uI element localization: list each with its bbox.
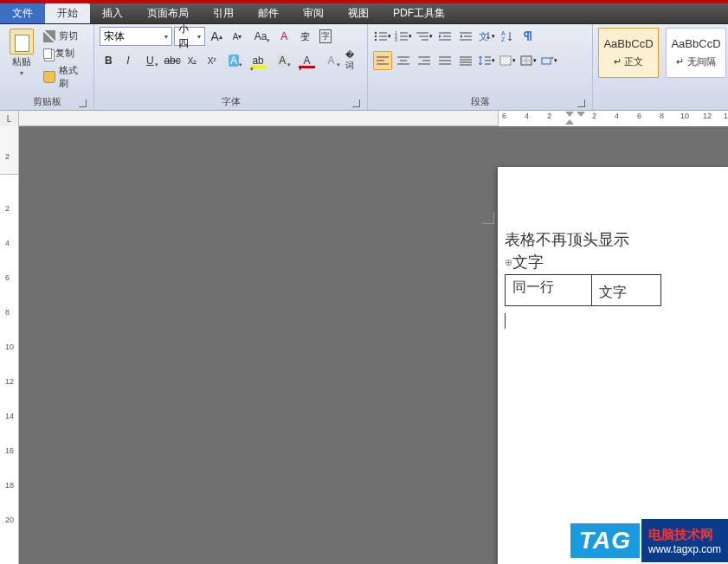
ruler-horizontal[interactable]: L 6 4 2 2 4 6 8 10 12 14 bbox=[0, 111, 728, 126]
numbering-button[interactable]: 123▾ bbox=[394, 27, 413, 46]
font-size-value: 小四 bbox=[178, 22, 197, 51]
ruler-h-content: 6 4 2 2 4 6 8 10 12 14 bbox=[498, 111, 728, 126]
chevron-down-icon: ▾ bbox=[20, 69, 23, 77]
shrink-font-button[interactable]: A▾ bbox=[228, 27, 247, 46]
menu-view[interactable]: 视图 bbox=[336, 3, 381, 23]
svg-point-4 bbox=[375, 39, 377, 41]
menu-review[interactable]: 审阅 bbox=[291, 3, 336, 23]
group-font: 宋体▾ 小四▾ A▴ A▾ Aa A 变 字 B I U abc X₂ X² A… bbox=[94, 24, 368, 110]
paste-label: 粘贴 bbox=[12, 55, 31, 68]
table-cell[interactable]: 同一行 bbox=[506, 275, 592, 306]
font-name-value: 宋体 bbox=[104, 29, 125, 44]
pinyin-button[interactable]: 变 bbox=[295, 27, 314, 46]
tab-selector[interactable]: L bbox=[0, 111, 19, 126]
ruler-vertical[interactable]: 2 2 4 6 8 10 12 14 16 18 20 bbox=[0, 126, 19, 564]
italic-button[interactable]: I bbox=[119, 51, 138, 70]
menu-layout[interactable]: 页面布局 bbox=[135, 3, 201, 23]
font-name-select[interactable]: 宋体▾ bbox=[100, 27, 172, 46]
style-name: ↵ 无间隔 bbox=[676, 55, 715, 68]
svg-point-2 bbox=[375, 35, 377, 37]
menu-pdf[interactable]: PDF工具集 bbox=[381, 3, 457, 23]
svg-text:2: 2 bbox=[395, 34, 397, 39]
svg-text:文: 文 bbox=[479, 31, 488, 42]
underline-button[interactable]: U bbox=[139, 51, 161, 70]
paste-button[interactable]: 粘贴 ▾ bbox=[5, 27, 38, 93]
format-painter-button[interactable]: 格式刷 bbox=[42, 63, 89, 91]
char-border-button[interactable]: �词 bbox=[345, 51, 363, 70]
banner-logo: TAG bbox=[569, 522, 641, 560]
menu-home[interactable]: 开始 bbox=[45, 3, 90, 23]
svg-point-0 bbox=[375, 32, 377, 34]
group-paragraph: ▾ 123▾ ▾ 文▾ AZ ▾ ▾ ▾ ▾ 段落 bbox=[368, 24, 593, 110]
line-spacing-button[interactable]: ▾ bbox=[477, 51, 496, 70]
text-effect-button[interactable]: A bbox=[222, 51, 245, 70]
banner-title: 电脑技术网 bbox=[648, 527, 721, 543]
text-direction-button[interactable]: 文▾ bbox=[477, 27, 496, 46]
watermark-banner: TAG 电脑技术网 www.tagxp.com bbox=[569, 519, 728, 562]
style-preview: AaBbCcD bbox=[671, 37, 720, 50]
align-distribute-button[interactable] bbox=[456, 51, 475, 70]
sort-button[interactable]: AZ bbox=[498, 27, 517, 46]
svg-text:Z: Z bbox=[501, 36, 506, 42]
para-shading-button[interactable]: ▾ bbox=[498, 51, 517, 70]
shading-button[interactable]: A bbox=[271, 51, 293, 70]
align-center-button[interactable] bbox=[394, 51, 413, 70]
indent-marker-icon[interactable] bbox=[577, 112, 585, 117]
indent-marker-icon[interactable] bbox=[565, 112, 574, 117]
doc-text[interactable]: 表格不再顶头显示 bbox=[505, 229, 728, 250]
copy-button[interactable]: 复制 bbox=[42, 46, 89, 61]
menu-insert[interactable]: 插入 bbox=[90, 3, 135, 23]
menu-references[interactable]: 引用 bbox=[201, 3, 246, 23]
clipboard-group-label: 剪贴板 bbox=[5, 93, 88, 110]
svg-marker-16 bbox=[439, 35, 441, 38]
bullets-button[interactable]: ▾ bbox=[373, 27, 392, 46]
indent-dec-button[interactable] bbox=[435, 27, 454, 46]
style-nospace[interactable]: AaBbCcD ↵ 无间隔 bbox=[666, 28, 726, 78]
char-scale-button[interactable]: A bbox=[319, 51, 342, 70]
chevron-down-icon: ▾ bbox=[164, 33, 168, 41]
table-anchor-icon[interactable]: ⊕ bbox=[505, 257, 512, 267]
document-canvas: 表格不再顶头显示 ⊕文字 同一行 文字 TAG 电脑技术网 www.tagxp.… bbox=[19, 126, 728, 564]
clear-format-button[interactable]: A bbox=[274, 27, 293, 46]
text-cursor-icon bbox=[505, 313, 506, 329]
borders-button[interactable]: ▾ bbox=[519, 51, 538, 70]
format-painter-label: 格式刷 bbox=[59, 64, 87, 90]
ribbon: 粘贴 ▾ 剪切 复制 格式刷 剪贴板 宋体▾ 小四▾ A▴ A▾ Aa A 变 … bbox=[0, 24, 728, 111]
enclose-char-button[interactable]: 字 bbox=[316, 27, 335, 46]
strike-button[interactable]: abc bbox=[163, 51, 181, 70]
menu-file[interactable]: 文件 bbox=[0, 3, 45, 23]
font-group-label: 字体 bbox=[100, 93, 362, 110]
brush-icon bbox=[43, 71, 55, 83]
menu-mail[interactable]: 邮件 bbox=[246, 3, 291, 23]
font-size-select[interactable]: 小四▾ bbox=[174, 27, 205, 46]
subscript-button[interactable]: X₂ bbox=[184, 51, 202, 70]
doc-text[interactable]: ⊕文字 bbox=[505, 252, 728, 272]
copy-label: 复制 bbox=[55, 47, 74, 60]
indent-marker-icon[interactable] bbox=[565, 119, 574, 125]
bold-button[interactable]: B bbox=[100, 51, 118, 70]
banner-url: www.tagxp.com bbox=[648, 543, 721, 555]
font-color-button[interactable]: A bbox=[295, 51, 318, 70]
svg-rect-45 bbox=[500, 56, 511, 65]
grow-font-button[interactable]: A▴ bbox=[207, 27, 226, 46]
svg-text:1: 1 bbox=[395, 30, 397, 35]
chevron-down-icon: ▾ bbox=[197, 33, 201, 41]
doc-table[interactable]: 同一行 文字 bbox=[505, 274, 661, 306]
table-cell[interactable]: 文字 bbox=[592, 275, 661, 306]
group-styles: AaBbCcD ↵ 正文 AaBbCcD ↵ 无间隔 bbox=[593, 24, 728, 110]
show-marks-button[interactable] bbox=[519, 27, 538, 46]
indent-inc-button[interactable] bbox=[456, 27, 475, 46]
multilevel-button[interactable]: ▾ bbox=[415, 27, 434, 46]
document-page[interactable]: 表格不再顶头显示 ⊕文字 同一行 文字 bbox=[498, 167, 728, 564]
superscript-button[interactable]: X² bbox=[203, 51, 221, 70]
menu-bar: 文件 开始 插入 页面布局 引用 邮件 审阅 视图 PDF工具集 bbox=[0, 3, 728, 24]
align-justify-button[interactable] bbox=[435, 51, 454, 70]
tabs-button[interactable]: ▾ bbox=[539, 51, 558, 70]
style-normal[interactable]: AaBbCcD ↵ 正文 bbox=[598, 28, 659, 78]
align-left-button[interactable] bbox=[373, 51, 392, 70]
cut-button[interactable]: 剪切 bbox=[42, 29, 89, 43]
change-case-button[interactable]: Aa bbox=[248, 27, 273, 46]
highlight-button[interactable]: ab bbox=[247, 51, 269, 70]
svg-text:A: A bbox=[501, 30, 506, 36]
align-right-button[interactable] bbox=[415, 51, 434, 70]
